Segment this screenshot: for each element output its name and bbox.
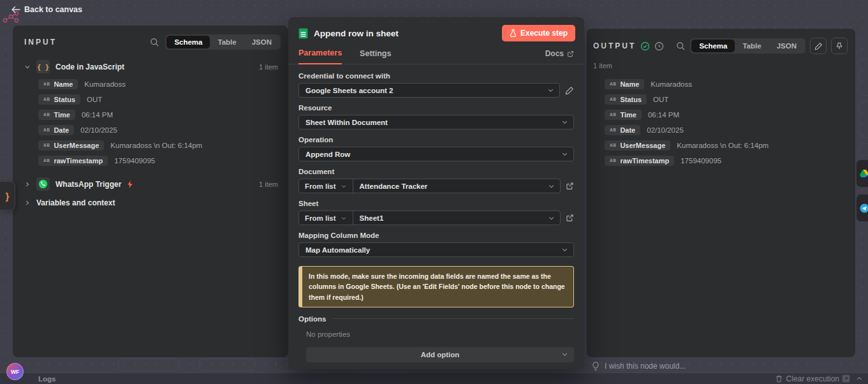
field-value: 1759409095 xyxy=(680,157,721,165)
field-pill[interactable]: ABUserMessage xyxy=(605,140,670,151)
field-name: Status xyxy=(620,96,642,103)
code-node-count: 1 item xyxy=(259,63,278,71)
schema-preview-toggle[interactable]: } xyxy=(0,181,15,210)
input-panel: INPUT Schema Table JSON { } Code in Java… xyxy=(13,26,288,357)
execute-step-label: Execute step xyxy=(520,29,568,38)
string-type-icon: AB xyxy=(43,158,50,163)
mapping-mode-value: Map Automatically xyxy=(305,246,370,254)
field-value: 02/10/2025 xyxy=(647,126,684,134)
node-feedback-input[interactable]: I wish this node would... xyxy=(592,362,686,371)
field-name: Date xyxy=(620,126,635,134)
run-time-icon xyxy=(654,41,664,51)
node-feedback-text: I wish this node would... xyxy=(605,362,686,371)
credential-select[interactable]: Google Sheets account 2 xyxy=(298,83,560,98)
schema-field-row: ABTime 06:14 PM xyxy=(38,109,288,120)
output-panel: OUTPUT Schema Table JSON 1 item ABName K… xyxy=(587,29,855,357)
docs-link[interactable]: Docs xyxy=(545,49,574,64)
clear-execution-label: Clear execution xyxy=(786,374,839,383)
workflow-avatar-label: WF xyxy=(11,369,19,375)
flask-icon xyxy=(510,29,517,37)
credential-value: Google Sheets account 2 xyxy=(305,87,393,94)
chevron-right-icon xyxy=(24,200,31,206)
field-value: OUT xyxy=(87,96,102,103)
resource-label: Resource xyxy=(298,104,574,112)
clear-execution-button[interactable]: Clear execution xyxy=(776,374,839,383)
whatsapp-node-label: WhatsApp Trigger xyxy=(55,180,121,189)
pin-data-button[interactable] xyxy=(831,38,848,54)
chevron-down-icon xyxy=(24,64,31,70)
input-node-whatsapp[interactable]: WhatsApp Trigger 1 item xyxy=(13,175,288,193)
field-name: Date xyxy=(54,126,69,134)
field-pill[interactable]: ABName xyxy=(605,79,644,89)
execute-step-button[interactable]: Execute step xyxy=(502,25,575,41)
field-pill[interactable]: ABTime xyxy=(605,110,642,120)
field-name: UserMessage xyxy=(54,142,99,149)
chevron-up-icon[interactable] xyxy=(856,375,863,382)
pin-icon xyxy=(835,42,843,50)
input-tab-table[interactable]: Table xyxy=(210,36,244,48)
popout-icon[interactable] xyxy=(842,374,850,383)
edit-credential-icon[interactable] xyxy=(565,86,574,95)
chevron-down-icon xyxy=(548,214,555,221)
field-name: Time xyxy=(54,111,70,119)
field-pill[interactable]: ABName xyxy=(38,79,78,89)
input-tab-schema[interactable]: Schema xyxy=(166,36,210,48)
field-name: rawTimestamp xyxy=(620,157,669,165)
tab-parameters[interactable]: Parameters xyxy=(298,48,342,64)
chevron-down-icon xyxy=(341,183,347,189)
variables-label: Variables and context xyxy=(36,198,115,207)
open-sheet-icon[interactable] xyxy=(566,214,574,222)
output-tab-json[interactable]: JSON xyxy=(769,40,804,52)
document-combo[interactable]: From list Attendance Tracker xyxy=(298,179,561,193)
sheet-value: Sheet1 xyxy=(353,211,390,225)
input-view-switch: Schema Table JSON xyxy=(165,34,281,50)
field-pill[interactable]: ABTime xyxy=(38,110,75,120)
field-pill[interactable]: ABrawTimestamp xyxy=(605,156,674,166)
field-pill[interactable]: ABStatus xyxy=(38,94,80,105)
dialog-title: Append row in sheet xyxy=(314,29,399,38)
field-pill[interactable]: ABrawTimestamp xyxy=(38,156,108,166)
field-pill[interactable]: ABUserMessage xyxy=(38,140,104,151)
operation-select[interactable]: Append Row xyxy=(298,147,574,161)
credential-label: Credential to connect with xyxy=(298,72,574,80)
resource-value: Sheet Within Document xyxy=(305,119,388,126)
schema-field-row: ABTime 06:14 PM xyxy=(605,109,855,120)
options-divider xyxy=(332,318,574,319)
node-settings-dialog: Append row in sheet Execute step Paramet… xyxy=(288,17,584,369)
output-panel-title: OUTPUT xyxy=(593,41,636,50)
sheet-combo[interactable]: From list Sheet1 xyxy=(298,210,561,225)
field-value: Kumaradoss \n Out: 6:14pm xyxy=(110,142,202,149)
workflow-avatar[interactable]: WF xyxy=(6,363,24,380)
back-to-canvas[interactable]: Back to canvas xyxy=(11,5,82,14)
field-pill[interactable]: ABDate xyxy=(605,125,640,135)
field-pill[interactable]: ABStatus xyxy=(605,94,647,105)
input-node-variables[interactable]: Variables and context xyxy=(13,196,288,210)
field-pill[interactable]: ABDate xyxy=(38,125,74,135)
pencil-icon xyxy=(814,42,823,50)
input-panel-title: INPUT xyxy=(24,38,57,47)
closing-brace-icon: } xyxy=(6,191,10,202)
sheet-mode[interactable]: From list xyxy=(299,211,353,225)
input-node-code[interactable]: { } Code in JavaScript 1 item xyxy=(13,57,288,76)
back-arrow-icon xyxy=(11,6,20,13)
add-option-button[interactable]: Add option xyxy=(306,347,574,362)
document-mode[interactable]: From list xyxy=(299,179,353,193)
resource-select[interactable]: Sheet Within Document xyxy=(298,115,574,129)
input-search-icon[interactable] xyxy=(150,38,159,47)
trash-icon xyxy=(776,375,783,383)
open-document-icon[interactable] xyxy=(566,182,574,190)
output-tab-schema[interactable]: Schema xyxy=(691,40,735,52)
field-name: Name xyxy=(54,80,73,88)
chevron-down-icon xyxy=(561,151,568,158)
output-search-icon[interactable] xyxy=(676,41,686,51)
canvas-edge-node xyxy=(858,59,868,96)
mapping-mode-select[interactable]: Map Automatically xyxy=(298,242,574,257)
code-node-label: Code in JavaScript xyxy=(55,63,124,71)
output-view-switch: Schema Table JSON xyxy=(690,38,805,54)
tab-settings[interactable]: Settings xyxy=(360,49,391,64)
edit-output-button[interactable] xyxy=(810,38,827,54)
logs-label[interactable]: Logs xyxy=(38,375,55,383)
chevron-down-icon xyxy=(548,182,555,189)
output-tab-table[interactable]: Table xyxy=(735,40,769,52)
input-tab-json[interactable]: JSON xyxy=(244,36,279,48)
